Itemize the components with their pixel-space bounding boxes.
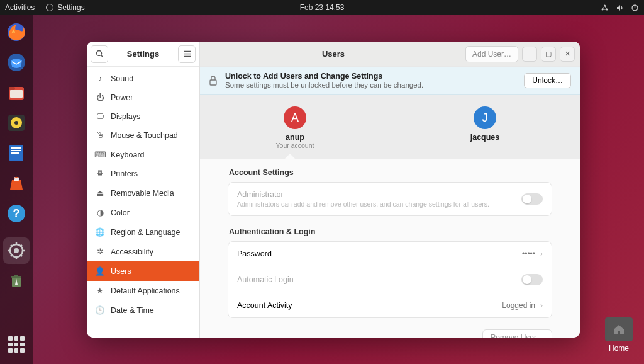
svg-rect-39	[210, 80, 216, 85]
card-admin: Administrator Administrators can add and…	[228, 182, 552, 216]
settings-window: Settings ♪Sound⏻Power🖵Displays🖱Mouse & T…	[87, 42, 580, 338]
row-administrator: Administrator Administrators can add and…	[228, 183, 552, 215]
dock-writer[interactable]	[3, 140, 30, 166]
dock-rhythmbox[interactable]	[3, 110, 30, 136]
svg-point-12	[14, 121, 18, 125]
minimize-button[interactable]: —	[522, 47, 537, 62]
dock-help[interactable]: ?	[3, 200, 30, 227]
svg-line-29	[21, 245, 23, 247]
power-icon[interactable]	[630, 3, 639, 12]
search-button[interactable]	[91, 45, 108, 63]
sidebar-item-keyboard[interactable]: ⌨Keyboard	[87, 145, 199, 164]
dock-firefox[interactable]	[3, 19, 30, 45]
sidebar-item-region-language[interactable]: 🌐Region & Language	[87, 222, 199, 242]
user-tile-anup[interactable]: A anup Your account	[245, 106, 345, 149]
banner-title: Unlock to Add Users and Change Settings	[225, 72, 382, 81]
row-auto-login: Automatic Login	[228, 266, 552, 293]
unlock-button[interactable]: Unlock…	[524, 73, 571, 88]
gear-icon	[46, 4, 53, 11]
avatar: J	[474, 106, 496, 129]
svg-line-26	[11, 245, 13, 247]
power-icon: ⏻	[96, 93, 104, 102]
admin-toggle[interactable]	[521, 193, 543, 205]
sidebar-item-label: Mouse & Touchpad	[111, 131, 178, 140]
accessibility-icon: ✲	[96, 247, 104, 256]
sidebar-item-label: Date & Time	[111, 306, 154, 315]
section-auth-login: Authentication & Login	[229, 227, 552, 236]
sidebar-item-removable-media[interactable]: ⏏Removable Media	[87, 183, 199, 203]
dock-files[interactable]	[3, 79, 30, 106]
sidebar-title: Settings	[112, 49, 174, 59]
user-sublabel: Your account	[245, 142, 345, 149]
dock-settings[interactable]	[3, 237, 30, 264]
svg-text:?: ?	[13, 207, 20, 220]
sidebar-item-date-time[interactable]: 🕒Date & Time	[87, 300, 199, 320]
sidebar-item-mouse-touchpad[interactable]: 🖱Mouse & Touchpad	[87, 126, 199, 145]
svg-rect-15	[11, 150, 21, 151]
sidebar-item-label: Color	[111, 208, 130, 217]
sidebar-item-label: Sound	[111, 74, 133, 83]
desktop-home-folder[interactable]: Home	[605, 317, 633, 353]
svg-point-34	[96, 51, 101, 56]
hamburger-menu-button[interactable]	[178, 45, 196, 63]
apps-grid-icon	[8, 336, 25, 353]
settings-main: Users Add User… — ▢ ✕ Unlock to Add User…	[200, 42, 580, 338]
svg-line-28	[11, 255, 13, 257]
color-icon: ◑	[96, 208, 104, 217]
svg-line-27	[21, 255, 23, 257]
sidebar-item-displays[interactable]: 🖵Displays	[87, 107, 199, 126]
mouse-touchpad-icon: 🖱	[96, 131, 104, 140]
svg-rect-16	[11, 152, 19, 154]
sidebar-item-label: Removable Media	[111, 189, 174, 198]
auto-login-label: Automatic Login	[237, 275, 521, 284]
region-language-icon: 🌐	[96, 227, 104, 237]
svg-rect-32	[14, 275, 18, 276]
network-icon[interactable]	[600, 3, 609, 12]
activities-button[interactable]: Activities	[5, 3, 35, 12]
card-auth: Password ••••• › Automatic Login Account…	[228, 241, 552, 318]
sidebar-item-label: Keyboard	[111, 151, 145, 159]
dock-show-apps[interactable]	[3, 331, 30, 358]
avatar: A	[284, 106, 306, 129]
user-name: anup	[245, 133, 345, 142]
sidebar-item-printers[interactable]: 🖶Printers	[87, 164, 199, 183]
sidebar-item-color[interactable]: ◑Color	[87, 203, 199, 222]
keyboard-icon: ⌨	[96, 150, 104, 159]
home-folder-icon	[605, 317, 633, 341]
auto-login-toggle[interactable]	[521, 274, 543, 285]
app-indicator[interactable]: Settings	[57, 3, 84, 12]
row-password[interactable]: Password ••••• ›	[228, 242, 552, 266]
sidebar-item-sound[interactable]: ♪Sound	[87, 69, 199, 88]
dock-thunderbird[interactable]	[3, 49, 30, 76]
sidebar-item-default-applications[interactable]: ★Default Applications	[87, 281, 199, 300]
chevron-right-icon: ›	[540, 301, 543, 310]
dock-trash[interactable]	[3, 268, 30, 294]
user-tile-jacques[interactable]: J jacques	[435, 106, 535, 142]
page-title: Users	[205, 49, 462, 59]
password-value: •••••	[522, 249, 535, 258]
sidebar-item-accessibility[interactable]: ✲Accessibility	[87, 242, 199, 261]
chevron-right-icon: ›	[540, 249, 543, 258]
content-area: Account Settings Administrator Administr…	[200, 159, 580, 338]
close-button[interactable]: ✕	[560, 47, 575, 62]
removable-media-icon: ⏏	[96, 188, 104, 198]
admin-label: Administrator	[237, 190, 521, 199]
default-applications-icon: ★	[96, 286, 104, 295]
activity-value: Logged in	[502, 301, 535, 310]
sidebar-item-label: Users	[111, 267, 131, 276]
svg-point-21	[14, 248, 19, 253]
remove-user-button[interactable]: Remove User…	[482, 329, 552, 338]
row-account-activity[interactable]: Account Activity Logged in ›	[228, 293, 552, 317]
desktop-home-label: Home	[609, 344, 629, 353]
sidebar-item-users[interactable]: 👤Users	[87, 261, 199, 281]
unlock-banner: Unlock to Add Users and Change Settings …	[200, 67, 580, 95]
maximize-button[interactable]: ▢	[541, 47, 556, 62]
dock-software[interactable]	[3, 170, 30, 196]
users-row: A anup Your account J jacques	[200, 95, 580, 159]
users-icon: 👤	[96, 266, 104, 276]
sidebar-item-power[interactable]: ⏻Power	[87, 88, 199, 107]
volume-icon[interactable]	[615, 3, 624, 12]
svg-rect-8	[10, 90, 23, 98]
add-user-button[interactable]: Add User…	[465, 46, 518, 62]
clock[interactable]: Feb 23 14:53	[300, 3, 345, 12]
